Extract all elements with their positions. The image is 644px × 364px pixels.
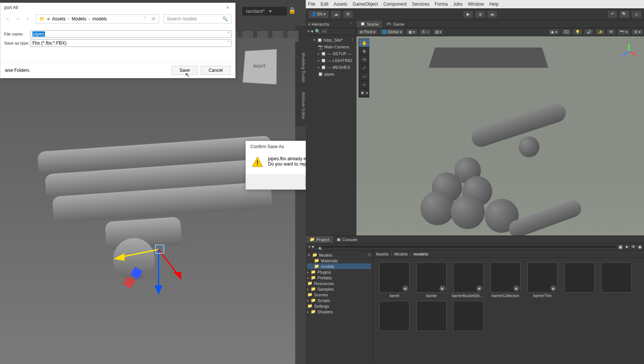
workspace-dropdown[interactable]: tandard* ▾ xyxy=(242,7,287,15)
favorite-icon[interactable]: ★ xyxy=(625,244,629,249)
rotate-tool[interactable]: ⟲ xyxy=(359,56,370,64)
settings-button[interactable]: ⚙ xyxy=(343,10,353,19)
project-tab[interactable]: 📁Project xyxy=(306,236,333,243)
hierarchy-item[interactable]: 📷 Main Camera xyxy=(307,43,354,50)
menu-help[interactable]: Help xyxy=(489,2,499,7)
tree-item[interactable]: ▸📁Scripts xyxy=(307,297,371,303)
breadcrumb-item[interactable]: Assets xyxy=(376,252,388,256)
hierarchy-item[interactable]: 🔲 pipes xyxy=(307,71,354,77)
menu-assets[interactable]: Assets xyxy=(334,2,347,7)
menu-component[interactable]: Component xyxy=(383,2,407,7)
global-toggle[interactable]: 🌐 Global ▾ xyxy=(379,29,404,35)
lighting-toggle[interactable]: 💡 xyxy=(573,29,582,35)
2d-toggle[interactable]: 2D xyxy=(561,29,572,35)
close-button[interactable]: × xyxy=(222,5,233,11)
snap-toggle[interactable]: ⫚ ▾ xyxy=(419,29,431,35)
save-search-icon[interactable]: ◉ xyxy=(638,244,642,249)
filter-icon[interactable]: ▣ xyxy=(618,244,622,249)
snap-increment[interactable]: ▤ ▾ xyxy=(433,29,444,35)
account-button[interactable]: 👤 SN ▾ xyxy=(308,10,329,19)
hidden-icon[interactable]: 👁 xyxy=(631,244,636,249)
breadcrumb[interactable]: 📁 « Assets › Models › models ˅ ⟳ xyxy=(36,14,159,23)
asset-item[interactable]: ▶ barrier xyxy=(414,262,448,298)
breadcrumb-models[interactable]: Models xyxy=(72,16,86,22)
hand-tool[interactable]: ✋ xyxy=(359,39,370,47)
tree-item[interactable]: 📁Materials xyxy=(307,258,371,263)
orientation-gizmo[interactable] xyxy=(618,40,640,63)
refresh-icon[interactable]: ⟳ xyxy=(152,16,156,22)
hierarchy-tab[interactable]: ≡ Hierarchy ⋮ xyxy=(306,20,356,28)
tree-item[interactable]: ▸📁Shaders xyxy=(307,309,371,314)
asset-item[interactable] xyxy=(377,301,411,331)
menu-services[interactable]: Services xyxy=(412,2,429,7)
save-as-type-dropdown[interactable]: Fbx (*.fbx;*.FBX) ˅ xyxy=(31,39,231,47)
hidden-toggle[interactable]: 👁 xyxy=(607,29,616,35)
breadcrumb-item[interactable]: models xyxy=(414,252,428,256)
move-tool[interactable]: ✥ xyxy=(359,47,370,56)
menu-jobs[interactable]: Jobs xyxy=(453,2,462,7)
asset-item[interactable] xyxy=(599,262,633,298)
menu-edit[interactable]: Edit xyxy=(320,2,328,7)
hierarchy-item[interactable]: ▸🔲 --- LIGHTING xyxy=(307,57,354,64)
search-button[interactable]: 🔍 xyxy=(619,10,630,19)
tree-item[interactable]: ▸📁Samples xyxy=(307,286,371,292)
transform-tool[interactable]: ⊹ xyxy=(359,81,370,89)
maya-viewport[interactable]: RIGHT xyxy=(0,38,295,364)
file-name-input[interactable]: pipes ˅ xyxy=(31,30,231,38)
attribute-editor-tab[interactable]: Attribute Editor xyxy=(295,85,306,126)
browse-folders-link[interactable]: wse Folders xyxy=(5,68,29,73)
tree-item[interactable]: ▸📁Prefabs xyxy=(307,275,371,280)
tree-item-selected[interactable]: 📁models xyxy=(307,263,371,269)
rect-tool[interactable]: ▭ xyxy=(359,72,370,81)
step-button[interactable]: ⏭ xyxy=(487,10,498,19)
tree-item[interactable]: ▼📁Models⟳ xyxy=(307,252,371,258)
asset-item[interactable]: ▶ barrierBucketSing… xyxy=(451,262,485,298)
chevron-down-icon[interactable]: ˅ xyxy=(143,16,146,22)
add-button[interactable]: + ▾ xyxy=(307,29,313,34)
panel-menu-icon[interactable]: ⋮ xyxy=(350,22,354,26)
nav-up-button[interactable]: ↑ xyxy=(24,15,31,23)
chevron-down-icon[interactable]: ˅ xyxy=(227,31,230,37)
asset-item[interactable]: ▶ barrel xyxy=(377,262,411,298)
transform-gizmo[interactable] xyxy=(102,200,196,306)
pause-button[interactable]: ⏸ xyxy=(475,10,485,19)
menu-window[interactable]: Window xyxy=(468,2,484,7)
project-search[interactable]: 🔍 xyxy=(316,246,616,248)
lock-icon[interactable]: 🔒 xyxy=(288,7,296,14)
menu-forma[interactable]: Forma xyxy=(434,2,448,7)
asset-item[interactable] xyxy=(562,262,596,298)
asset-item[interactable]: ▶ barrierThin xyxy=(525,262,559,298)
asset-item[interactable] xyxy=(414,301,448,331)
search-input[interactable]: Search models 🔍 xyxy=(163,14,231,23)
breadcrumb-item[interactable]: Models xyxy=(394,252,408,256)
save-button[interactable]: Save xyxy=(171,66,197,75)
console-tab[interactable]: ▣Console xyxy=(333,236,361,243)
nav-back-button[interactable]: ← xyxy=(4,15,12,23)
asset-item[interactable] xyxy=(451,301,485,331)
game-tab[interactable]: 🎮Game xyxy=(382,20,408,28)
play-button[interactable]: ▶ xyxy=(463,10,473,19)
camera-settings[interactable]: 📷 ▾ xyxy=(617,29,630,35)
audio-toggle[interactable]: 🔊 xyxy=(584,29,594,35)
breadcrumb-assets[interactable]: Assets xyxy=(52,16,66,22)
pivot-toggle[interactable]: ⊕ Pivot ▾ xyxy=(357,29,378,35)
custom-tool[interactable]: ✖ ▾ xyxy=(359,89,370,97)
hierarchy-search[interactable]: 🔍 All xyxy=(315,29,354,34)
tree-item[interactable]: 📁Settings xyxy=(307,303,371,309)
view-cube[interactable]: RIGHT xyxy=(242,49,277,85)
nav-forward-button[interactable]: → xyxy=(14,15,22,23)
hierarchy-scene[interactable]: ▼🔲 hdrp_Site* ⋮ xyxy=(307,37,354,43)
tree-item[interactable]: ▸📁Plugins xyxy=(307,269,371,275)
menu-file[interactable]: File xyxy=(308,2,315,7)
fx-toggle[interactable]: ✨ xyxy=(595,29,605,35)
draw-mode[interactable]: ◉ ▾ xyxy=(548,29,560,35)
hierarchy-item[interactable]: ▸🔲 --- MESHES xyxy=(307,64,354,71)
more-icon[interactable]: ⋮ xyxy=(350,37,354,43)
tree-item[interactable]: 📁Scenes xyxy=(307,292,371,297)
layers-dropdown[interactable]: ≡ xyxy=(631,10,642,19)
breadcrumb-models-sub[interactable]: models xyxy=(92,16,107,22)
hierarchy-item[interactable]: ▸🔲 --- SETUP --- xyxy=(307,50,354,57)
gizmos-toggle[interactable]: ⚙ ▾ xyxy=(632,29,643,35)
grid-toggle[interactable]: ▦ ▾ xyxy=(406,29,418,35)
scene-tab[interactable]: 🔲Scene xyxy=(356,20,382,28)
